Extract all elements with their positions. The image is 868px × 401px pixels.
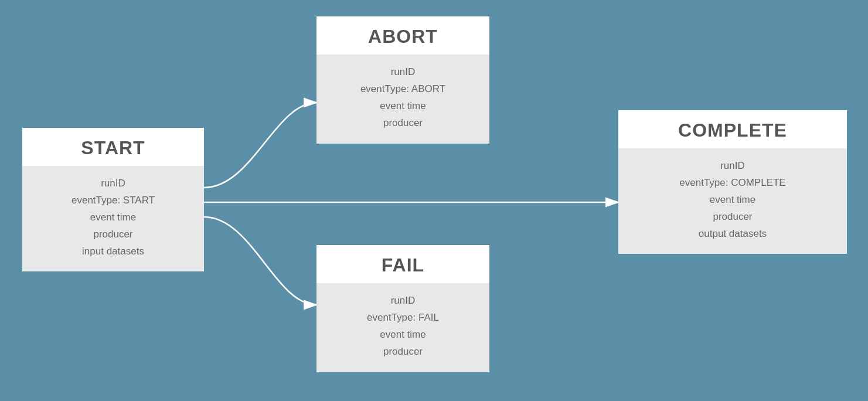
node-abort-title: ABORT xyxy=(316,16,489,55)
node-start-title: START xyxy=(22,128,204,166)
node-fail-fields: runIDeventType: FAILevent timeproducer xyxy=(331,293,475,361)
node-abort-body: runIDeventType: ABORTevent timeproducer xyxy=(316,55,489,144)
diagram-container: START runIDeventType: STARTevent timepro… xyxy=(0,0,868,401)
node-start: START runIDeventType: STARTevent timepro… xyxy=(22,128,204,271)
node-complete-fields: runIDeventType: COMPLETEevent timeproduc… xyxy=(632,158,833,242)
node-abort-fields: runIDeventType: ABORTevent timeproducer xyxy=(331,64,475,132)
node-fail-body: runIDeventType: FAILevent timeproducer xyxy=(316,283,489,372)
node-start-fields: runIDeventType: STARTevent timeproduceri… xyxy=(36,175,190,260)
node-fail-title: FAIL xyxy=(316,245,489,283)
node-complete: COMPLETE runIDeventType: COMPLETEevent t… xyxy=(618,110,847,254)
node-complete-title: COMPLETE xyxy=(618,110,847,148)
node-start-body: runIDeventType: STARTevent timeproduceri… xyxy=(22,166,204,271)
node-fail: FAIL runIDeventType: FAILevent timeprodu… xyxy=(316,245,489,372)
node-complete-body: runIDeventType: COMPLETEevent timeproduc… xyxy=(618,148,847,254)
node-abort: ABORT runIDeventType: ABORTevent timepro… xyxy=(316,16,489,144)
